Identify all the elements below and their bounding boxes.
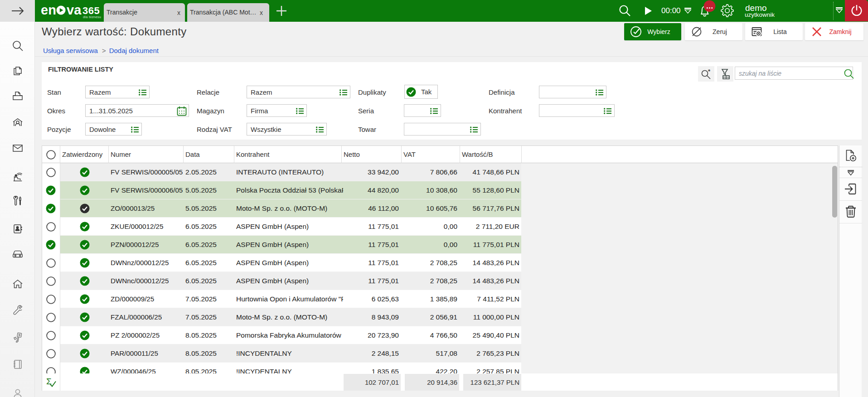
svg-text:*: * <box>708 69 711 75</box>
